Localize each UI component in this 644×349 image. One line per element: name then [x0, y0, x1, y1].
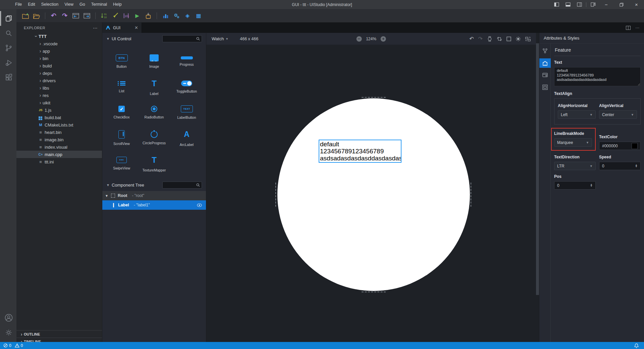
tree-folder-res[interactable]: ›res [16, 92, 102, 99]
component-circleprogress[interactable]: CircleProgress [138, 125, 170, 151]
settings-gear-icon[interactable] [0, 325, 16, 340]
tree-folder-bin[interactable]: ›bin [16, 55, 102, 62]
encoding-icon[interactable]: 101 [122, 11, 130, 20]
clean-brush-icon[interactable] [111, 11, 119, 20]
component-checkbox[interactable]: CheckBox [105, 100, 138, 125]
explorer-more-actions-icon[interactable]: ⋯ [93, 25, 98, 31]
shader-diamond-icon[interactable]: ◈ [183, 11, 192, 20]
menu-help[interactable]: Help [110, 0, 125, 9]
sidebar-item-source-control[interactable] [0, 41, 16, 55]
text-field-input[interactable]: default 123456789123456789 asdsadasdasda… [554, 67, 641, 86]
color-swatch[interactable] [632, 143, 638, 149]
menu-terminal[interactable]: Terminal [88, 0, 110, 9]
canvas-undo-icon[interactable]: ↶ [469, 36, 474, 42]
tree-file-1-js[interactable]: 1.js [16, 106, 102, 114]
tree-node-label[interactable]: Label- "label1" [102, 200, 206, 210]
canvas-redo-icon[interactable]: ↷ [478, 36, 483, 42]
account-icon[interactable] [0, 310, 16, 325]
layout-grid-icon[interactable]: ▦ [194, 11, 203, 20]
notifications-bell-icon[interactable] [634, 343, 639, 348]
pos-input[interactable]: 0 ▲▼ [554, 181, 596, 190]
rail-info-icon[interactable] [539, 70, 551, 80]
tree-root-ttt[interactable]: › TTT [16, 33, 102, 40]
component-swipeview[interactable]: SwipeView [105, 151, 138, 176]
watch-screen[interactable] [277, 98, 470, 291]
tree-file-build-bat[interactable]: build.bat [16, 114, 102, 121]
new-folder-icon[interactable] [21, 11, 30, 20]
tree-file-heart-bin[interactable]: heart.bin [16, 129, 102, 136]
canvas-vertical-scrollbar[interactable] [536, 43, 539, 295]
visibility-eye-icon[interactable] [197, 203, 202, 207]
tree-file-CMakeLists-txt[interactable]: CMakeLists.txt [16, 121, 102, 129]
zoom-in-button[interactable]: + [381, 36, 386, 42]
component-progress[interactable]: Progress [170, 49, 203, 74]
spinner-arrows[interactable]: ▲▼ [635, 164, 638, 167]
export-view-icon[interactable] [83, 11, 91, 20]
textcolor-input[interactable]: #000000 [599, 142, 641, 150]
component-list[interactable]: List [105, 74, 138, 100]
rail-nodes-icon[interactable] [539, 46, 551, 56]
brightness-icon[interactable] [516, 36, 521, 42]
tree-file-ttt-ini[interactable]: ttt.ini [16, 158, 102, 165]
speed-input[interactable]: 0 ▲▼ [599, 162, 641, 170]
deploy-icon[interactable] [144, 11, 153, 20]
split-editor-icon[interactable] [626, 26, 631, 30]
run-icon[interactable]: ▶ [133, 11, 142, 20]
device-select[interactable]: Watch ▼ [212, 36, 228, 41]
watch-device-icon[interactable] [487, 36, 492, 42]
tab-close-icon[interactable]: ✕ [135, 25, 138, 30]
minimize-button[interactable]: − [599, 0, 614, 9]
errors-status[interactable]: 0 [3, 343, 11, 348]
warnings-status[interactable]: 0 [15, 343, 23, 348]
tree-file-index-visual[interactable]: index.visual [16, 143, 102, 151]
layout-sidebar-right-icon[interactable] [574, 0, 585, 9]
import-view-icon[interactable] [71, 11, 80, 20]
rail-feature-icon[interactable] [539, 58, 551, 68]
tab-gui[interactable]: GUI ✕ [102, 22, 142, 33]
menu-go[interactable]: Go [76, 0, 88, 9]
sidebar-item-extensions[interactable] [0, 70, 16, 85]
rail-frame-icon[interactable] [539, 83, 551, 92]
component-togglebutton[interactable]: ToggleButton [170, 74, 203, 100]
menu-file[interactable]: File [12, 0, 25, 9]
collapse-arrow-icon[interactable]: ▼ [106, 37, 110, 41]
customize-layout-icon[interactable] [587, 0, 599, 9]
selected-label-widget[interactable]: default 123456789123456789 asdsadasdasda… [319, 140, 401, 163]
component-tree-search[interactable] [162, 182, 202, 189]
component-scrollview[interactable]: ScrollView [105, 125, 138, 151]
tree-file-main-cpp[interactable]: main.cpp [16, 151, 102, 158]
open-folder-icon[interactable] [32, 11, 41, 20]
tree-folder-libs[interactable]: ›libs [16, 84, 102, 92]
sidebar-item-search[interactable] [0, 26, 16, 41]
menu-edit[interactable]: Edit [25, 0, 38, 9]
component-tree-search-input[interactable] [163, 183, 196, 187]
spinner-arrows[interactable]: ▲▼ [590, 184, 593, 187]
textdirection-select[interactable]: LTR ▼ [554, 162, 596, 170]
tree-folder-build[interactable]: ›build [16, 62, 102, 69]
component-arclabel[interactable]: ArcLabel [170, 125, 203, 151]
component-texturemapper[interactable]: TextureMapper [138, 151, 170, 176]
component-image[interactable]: Image [138, 49, 170, 74]
tree-folder-deps[interactable]: ›deps [16, 69, 102, 77]
component-label[interactable]: Label [138, 74, 170, 100]
layout-panel-icon[interactable] [562, 0, 574, 9]
tree-file-image-bin[interactable]: image.bin [16, 136, 102, 143]
tree-folder-drivers[interactable]: ›drivers [16, 77, 102, 84]
ui-control-search[interactable] [162, 35, 202, 42]
zoom-out-button[interactable]: − [356, 36, 362, 42]
editor-more-actions-icon[interactable]: ⋯ [635, 26, 639, 30]
tree-folder-uikit[interactable]: ›uikit [16, 99, 102, 106]
redo-icon[interactable]: ↷ [60, 11, 69, 20]
rotate-device-icon[interactable] [497, 36, 502, 42]
tree-node-root[interactable]: ▼Root- "root" [102, 191, 206, 200]
stats-icon[interactable] [161, 11, 170, 20]
frame-icon[interactable] [506, 37, 511, 41]
component-labelbutton[interactable]: LabelButton [170, 100, 203, 125]
line-numbers-icon[interactable]: 0110 [100, 11, 108, 20]
ui-control-search-input[interactable] [163, 37, 196, 41]
align-horizontal-select[interactable]: Left ▼ [558, 110, 596, 119]
close-button[interactable]: × [629, 0, 644, 9]
swap-layout-icon[interactable] [525, 36, 531, 42]
collapse-arrow-icon[interactable]: ▼ [106, 183, 110, 187]
layout-sidebar-left-icon[interactable] [551, 0, 562, 9]
